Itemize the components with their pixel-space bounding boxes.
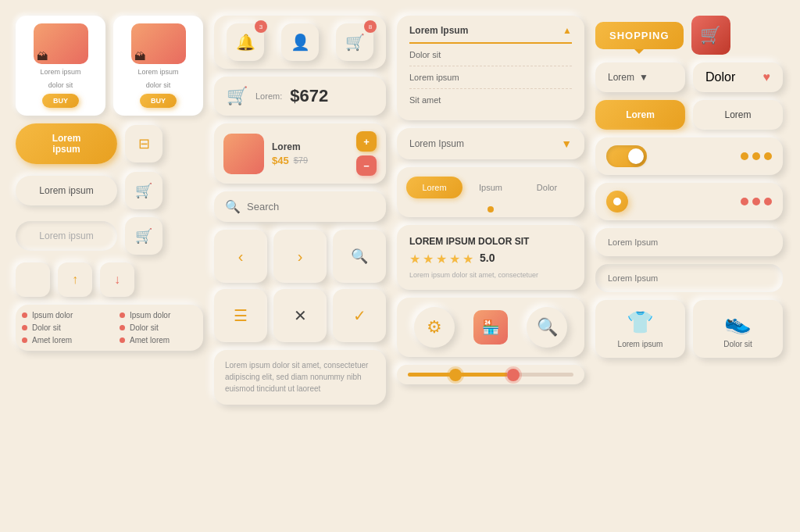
- cart-icon-2: 🛒: [135, 227, 152, 245]
- star-4: ★: [449, 252, 460, 266]
- cart-badge-icon: 🛒: [345, 33, 365, 52]
- toggle-on[interactable]: [606, 145, 647, 167]
- quantity-decrease-button[interactable]: −: [356, 155, 377, 176]
- bell-button[interactable]: 🔔 3: [227, 23, 264, 61]
- shirt-icon: 👕: [627, 309, 654, 335]
- outline-button[interactable]: Lorem ipsum: [16, 176, 117, 205]
- shopping-cart-button[interactable]: 🛒: [691, 16, 730, 55]
- product-tile-shoe[interactable]: 👟 Dolor sit: [693, 300, 783, 358]
- heart-icon: ♥: [763, 70, 771, 84]
- close-button[interactable]: ✕: [273, 289, 327, 342]
- cart-icon: 🛒: [135, 182, 152, 199]
- bell-icon: 🔔: [236, 33, 255, 52]
- lorem-white-button[interactable]: Lorem: [693, 100, 783, 130]
- dot-red-1[interactable]: [741, 198, 748, 205]
- back-button[interactable]: ‹: [214, 230, 267, 283]
- list-item-6: Amet lorem: [120, 336, 197, 345]
- dots-row-2: [741, 198, 772, 205]
- slider-track: [408, 373, 573, 377]
- arrow-up-button[interactable]: ↑: [58, 262, 92, 297]
- dot-red-3[interactable]: [764, 198, 772, 205]
- user-button[interactable]: 👤: [281, 23, 319, 61]
- menu-button[interactable]: ☰: [214, 289, 267, 342]
- column-1: Lorem ipsum dolor sit BUY Lorem ipsum do…: [16, 16, 203, 516]
- primary-button[interactable]: Lorem ipsum: [16, 123, 117, 164]
- dropdown-header[interactable]: Lorem Ipsum ▲: [409, 25, 572, 44]
- dolor-heart-button[interactable]: Dolor ♥: [693, 62, 783, 92]
- check-button[interactable]: ✓: [333, 289, 386, 342]
- input-field-1[interactable]: [595, 228, 783, 256]
- product-price-row: $45 $79: [272, 155, 348, 166]
- price-display: 🛒 Lorem: $672: [214, 77, 386, 116]
- column-4: SHOPPING 🛒 Lorem ▼ Dolor ♥ Lorem Lorem: [595, 16, 783, 516]
- old-price: $79: [294, 155, 308, 165]
- tab-lorem[interactable]: Lorem: [406, 177, 462, 198]
- dropdown-closed[interactable]: Lorem Ipsum ▼: [397, 128, 584, 159]
- product-desc-1: dolor sit: [48, 81, 73, 91]
- radio-dots-row-2: [595, 183, 783, 220]
- product-title: Lorem: [272, 141, 348, 152]
- textarea-text: Lorem ipsum dolor sit amet, consectetuer…: [225, 361, 368, 393]
- store-icon-button[interactable]: 🏪: [470, 307, 511, 348]
- cart-badge-button[interactable]: 🛒 8: [336, 23, 373, 61]
- search-action-button[interactable]: 🔍: [527, 307, 567, 348]
- rating-score: 5.0: [480, 252, 495, 264]
- slider-thumb-left[interactable]: [449, 369, 462, 381]
- forward-button[interactable]: ›: [273, 230, 327, 283]
- inset-button[interactable]: Lorem ipsum: [16, 221, 117, 251]
- product-name-2: Lorem ipsum: [138, 68, 178, 77]
- shopping-label: SHOPPING: [595, 22, 684, 49]
- dropdown-item-3[interactable]: Sit amet: [409, 89, 572, 111]
- dot-orange-2[interactable]: [752, 152, 760, 160]
- product-cards: Lorem ipsum dolor sit BUY Lorem ipsum do…: [16, 16, 203, 116]
- input-field-2[interactable]: [595, 264, 783, 292]
- dot-orange-1[interactable]: [741, 152, 748, 160]
- arrow-down-icon: ↓: [114, 273, 120, 287]
- monitor-icon: ⊟: [138, 135, 150, 152]
- radio-active[interactable]: [606, 191, 628, 212]
- quantity-increase-button[interactable]: +: [356, 131, 377, 152]
- cart-icon-button-2[interactable]: 🛒: [125, 217, 162, 255]
- list-item-3: Amet lorem: [22, 336, 99, 345]
- settings-button[interactable]: ⚙: [414, 307, 455, 348]
- search-icon: 🔍: [225, 199, 241, 214]
- tab-ipsum[interactable]: Ipsum: [462, 177, 519, 198]
- product-card-2[interactable]: Lorem ipsum dolor sit BUY: [113, 16, 203, 116]
- dot-icon-6: [120, 337, 125, 343]
- slider-thumb-right[interactable]: [507, 369, 520, 381]
- star-5: ★: [462, 252, 473, 266]
- dot-icon-3: [22, 337, 27, 343]
- buy-button-2[interactable]: BUY: [140, 94, 177, 108]
- display-icon-button[interactable]: ⊟: [125, 125, 162, 162]
- product-tile-grid: 👕 Lorem ipsum 👟 Dolor sit: [595, 300, 783, 358]
- list-col-2: Ipsum dolor Dolor sit Amet lorem: [113, 305, 203, 351]
- product-card-1[interactable]: Lorem ipsum dolor sit BUY: [16, 16, 105, 116]
- buy-button-1[interactable]: BUY: [42, 94, 79, 108]
- navigation-grid: ‹ › 🔍 ☰ ✕ ✓: [214, 230, 386, 342]
- input-field-1-container: [595, 228, 783, 256]
- cart-icon-white: 🛒: [700, 25, 721, 45]
- cart-icon-button[interactable]: 🛒: [125, 172, 162, 209]
- arrow-up-icon: ↑: [72, 273, 78, 287]
- arrow-down-button[interactable]: ↓: [100, 262, 134, 297]
- user-icon: 👤: [291, 33, 310, 52]
- list-item-2: Dolor sit: [22, 323, 99, 332]
- tab-dolor[interactable]: Dolor: [519, 177, 575, 198]
- product-tile-shirt[interactable]: 👕 Lorem ipsum: [595, 300, 685, 358]
- list-col-1: Ipsum dolor Dolor sit Amet lorem: [16, 305, 105, 351]
- rating-description: Lorem ipsum dolor sit amet, consectetuer: [409, 271, 572, 279]
- lorem-yellow-button[interactable]: Lorem: [595, 100, 685, 130]
- dot-red-2[interactable]: [752, 198, 760, 205]
- search-input[interactable]: [247, 201, 378, 212]
- search-button[interactable]: 🔍: [333, 230, 386, 283]
- dot-orange-3[interactable]: [764, 152, 772, 160]
- tab-buttons: Lorem Ipsum Dolor: [402, 172, 580, 203]
- search-bar: 🔍: [214, 191, 386, 222]
- dropdown-item-2[interactable]: Lorem ipsum: [409, 66, 572, 89]
- cart-badge: 8: [364, 20, 377, 33]
- toggle-dots-row-1: [595, 137, 783, 175]
- dropdown-item-1[interactable]: Dolor sit: [409, 44, 572, 66]
- action-icons-row: ⚙ 🏪 🔍: [397, 298, 584, 357]
- lorem-dropdown-button[interactable]: Lorem ▼: [595, 62, 685, 92]
- square-btn-1[interactable]: [16, 262, 50, 297]
